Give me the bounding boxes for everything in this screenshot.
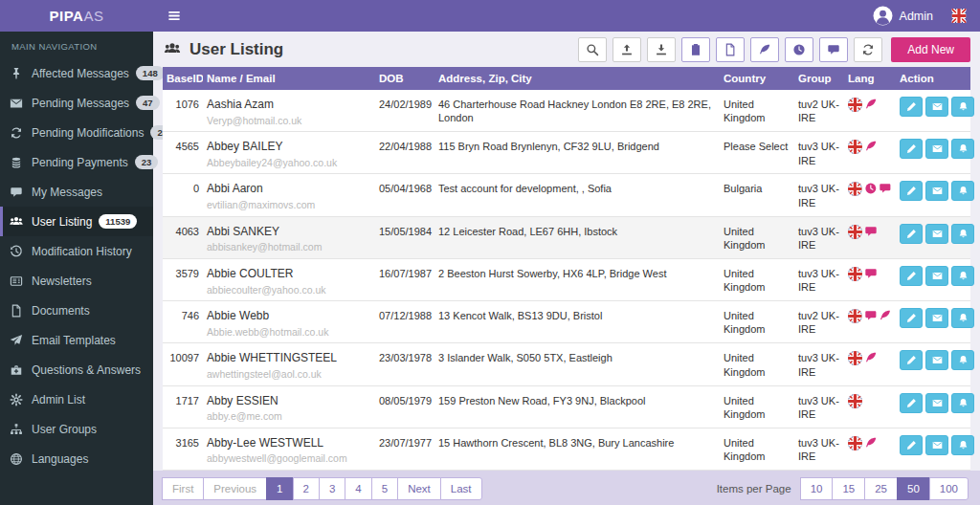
toolbar-button[interactable] — [647, 37, 676, 62]
logo-text-bold: PIPA — [50, 8, 84, 24]
column-header[interactable]: Country — [720, 67, 794, 90]
page-size-button[interactable]: 100 — [929, 477, 969, 500]
page-size-button[interactable]: 25 — [864, 477, 898, 500]
toolbar-button[interactable] — [716, 37, 745, 62]
sidebar-item[interactable]: Affected Messages 148 — [0, 58, 153, 88]
sidebar-item[interactable]: Admin List — [0, 384, 153, 414]
toolbar-button[interactable] — [578, 37, 607, 62]
page-size-button[interactable]: 10 — [800, 477, 834, 500]
user-name: Abbey BAILEY — [207, 140, 371, 155]
action-button[interactable] — [951, 266, 974, 286]
table-row[interactable]: 1717 Abby ESSIEN abby.e@me.com 08/05/197… — [163, 386, 970, 428]
page-button[interactable]: Next — [397, 477, 441, 500]
sidebar-item[interactable]: Newsletters — [0, 266, 153, 296]
table-row[interactable]: 746 Abbie Webb Abbie.webb@hotmail.co.uk … — [163, 301, 970, 343]
cell-baseid: 10097 — [163, 343, 203, 384]
hamburger-menu-icon[interactable] — [167, 10, 182, 22]
action-button[interactable] — [951, 393, 974, 413]
sidebar-item[interactable]: Questions & Answers — [0, 355, 153, 384]
column-header[interactable]: Name / Email — [203, 67, 375, 90]
column-header[interactable]: BaseID — [163, 67, 203, 90]
page-button[interactable]: Last — [440, 477, 482, 500]
action-button[interactable] — [900, 266, 923, 286]
page-title-text: User Listing — [189, 40, 283, 59]
page-button[interactable]: 1 — [266, 477, 293, 500]
action-button[interactable] — [951, 308, 974, 328]
add-new-button[interactable]: Add New — [891, 37, 970, 62]
page-size-button[interactable]: 15 — [832, 477, 865, 500]
toolbar-button[interactable] — [785, 37, 813, 62]
cell-name-email: Abby ESSIEN abby.e@me.com — [203, 386, 375, 428]
action-button[interactable] — [900, 224, 923, 244]
action-button[interactable] — [925, 308, 948, 328]
action-button[interactable] — [951, 435, 974, 455]
page-button[interactable]: 5 — [371, 477, 398, 500]
table-row[interactable]: 0 Abbi Aaron evtilian@maximovs.com 05/04… — [163, 174, 970, 216]
column-header[interactable]: Action — [896, 67, 970, 90]
uk-flag-icon[interactable] — [948, 9, 969, 23]
action-button[interactable] — [925, 224, 948, 244]
table-row[interactable]: 4063 Abbi SANKEY abbisankey@hotmail.com … — [163, 217, 970, 259]
table-row[interactable]: 3165 Abby-Lee WESTWELL abbywestwell@goog… — [163, 428, 970, 471]
toolbar-button[interactable] — [819, 37, 848, 62]
table-row[interactable]: 10097 Abbie WHETTINGSTEEL awhettingsteel… — [163, 343, 970, 385]
sidebar-item[interactable]: Pending Payments 23 — [0, 147, 153, 177]
table-row[interactable]: 3579 Abbie COULTER abbiecoulter@yahoo.co… — [163, 259, 970, 301]
sidebar-item[interactable]: Modification History — [0, 236, 153, 266]
table-row[interactable]: 4565 Abbey BAILEY Abbeybailey24@yahoo.co… — [163, 132, 970, 174]
sidebar-item[interactable]: User Groups — [0, 414, 153, 444]
action-button[interactable] — [925, 181, 948, 201]
action-button[interactable] — [925, 435, 948, 455]
action-button[interactable] — [925, 266, 948, 286]
user-avatar-icon[interactable] — [873, 6, 893, 26]
toolbar-button[interactable] — [681, 37, 710, 62]
toolbar-button[interactable] — [854, 37, 882, 62]
action-button[interactable] — [900, 97, 923, 117]
envelope-icon — [932, 313, 943, 323]
page-button[interactable]: First — [162, 477, 204, 500]
cell-dob: 16/07/1987 — [375, 259, 434, 300]
sidebar-item[interactable]: Pending Messages 47 — [0, 88, 153, 118]
column-header[interactable]: Lang — [844, 67, 896, 90]
action-button[interactable] — [900, 308, 923, 328]
page-button[interactable]: 2 — [293, 477, 320, 500]
sidebar-item[interactable]: User Listing 11539 — [0, 207, 153, 236]
action-button[interactable] — [900, 393, 923, 413]
action-button[interactable] — [900, 139, 923, 159]
page-size-button[interactable]: 50 — [897, 477, 930, 500]
toolbar-button[interactable] — [612, 37, 641, 62]
content-area: User Listing Add New BaseIDName / EmailD… — [153, 32, 980, 505]
sidebar-item[interactable]: My Messages — [0, 177, 153, 207]
sidebar-item[interactable]: Email Templates — [0, 325, 153, 355]
action-button[interactable] — [925, 97, 948, 117]
column-header[interactable]: Group — [794, 67, 844, 90]
action-button[interactable] — [951, 224, 974, 244]
action-button[interactable] — [951, 97, 974, 117]
user-name: Abbi Aaron — [207, 182, 371, 197]
app-logo[interactable]: PIPAAS — [0, 0, 153, 32]
user-menu[interactable]: Admin — [900, 10, 933, 23]
sidebar-item[interactable]: Documents — [0, 296, 153, 325]
action-button[interactable] — [951, 181, 974, 201]
toolbar-button[interactable] — [750, 37, 779, 62]
page-button[interactable]: Previous — [203, 477, 267, 500]
column-header[interactable]: Address, Zip, City — [434, 67, 720, 90]
action-button[interactable] — [900, 435, 923, 455]
page-button[interactable]: 3 — [319, 477, 345, 500]
action-button[interactable] — [900, 350, 923, 370]
cell-address: 115 Bryn Road Brynlenyn, CF32 9LU, Bridg… — [434, 132, 720, 173]
action-button[interactable] — [951, 139, 974, 159]
sidebar-item[interactable]: Languages — [0, 444, 153, 473]
action-button[interactable] — [925, 139, 948, 159]
action-button[interactable] — [925, 350, 948, 370]
action-button[interactable] — [925, 393, 948, 413]
column-header[interactable]: DOB — [375, 67, 434, 90]
sidebar-item[interactable]: Pending Modifications 247 — [0, 118, 153, 147]
items-per-page-label: Items per Page — [717, 483, 791, 494]
action-button[interactable] — [900, 181, 923, 201]
action-button[interactable] — [951, 350, 974, 370]
cell-name-email: Abbi Aaron evtilian@maximovs.com — [203, 174, 375, 215]
user-name: Abbie WHETTINGSTEEL — [207, 351, 371, 366]
table-row[interactable]: 1076 Aashia Azam Veryp@hotmail.co.uk 24/… — [163, 90, 970, 132]
page-button[interactable]: 4 — [345, 477, 371, 500]
